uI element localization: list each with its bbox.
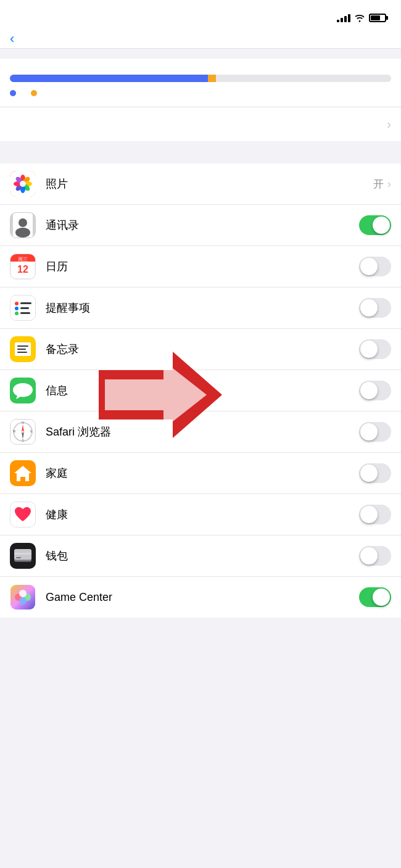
app-row-wallet[interactable]: 钱包 xyxy=(0,535,401,577)
svg-rect-23 xyxy=(20,302,31,304)
page-wrapper: ‹ › xyxy=(0,0,401,618)
app-list: 照片 开 › 通讯录 xyxy=(0,163,401,618)
contacts-toggle[interactable] xyxy=(359,215,391,235)
storage-bar-used xyxy=(10,75,208,82)
reminders-app-icon xyxy=(10,295,36,321)
app-row-calendar[interactable]: 12 周三 日历 xyxy=(0,246,401,287)
notes-toggle-knob xyxy=(360,341,378,358)
svg-text:N: N xyxy=(22,421,24,424)
photos-app-name: 照片 xyxy=(46,176,373,191)
photos-status: 开 xyxy=(373,177,384,191)
svg-rect-29 xyxy=(17,349,26,350)
health-toggle-knob xyxy=(360,506,378,523)
svg-text:周三: 周三 xyxy=(18,257,28,262)
app-row-home[interactable]: 家庭 xyxy=(0,453,401,494)
home-toggle-knob xyxy=(360,465,378,482)
storage-legend xyxy=(10,88,391,98)
wallet-toggle-knob xyxy=(360,547,378,564)
manage-chevron-icon: › xyxy=(387,117,391,131)
svg-rect-24 xyxy=(20,307,29,309)
contacts-app-icon xyxy=(10,212,36,238)
gamecenter-toggle-knob xyxy=(373,589,390,606)
gamecenter-app-name: Game Center xyxy=(46,591,359,604)
contacts-app-name: 通讯录 xyxy=(46,218,359,233)
status-icons xyxy=(337,14,386,22)
messages-app-name: 信息 xyxy=(46,383,359,398)
back-button[interactable]: ‹ xyxy=(10,33,17,46)
reminders-toggle-knob xyxy=(360,299,378,316)
svg-point-12 xyxy=(19,218,27,227)
svg-point-53 xyxy=(19,597,27,605)
messages-toggle-knob xyxy=(360,382,378,399)
storage-section-header xyxy=(0,49,401,59)
storage-card xyxy=(0,59,401,107)
reminders-app-name: 提醒事项 xyxy=(46,300,359,315)
backup-dot xyxy=(10,90,16,96)
app-row-reminders[interactable]: 提醒事项 xyxy=(0,287,401,329)
svg-point-20 xyxy=(15,302,19,305)
svg-point-52 xyxy=(19,590,27,597)
calendar-app-icon: 12 周三 xyxy=(10,254,36,279)
app-row-messages[interactable]: 信息 xyxy=(0,370,401,411)
safari-toggle[interactable] xyxy=(359,422,391,442)
svg-rect-25 xyxy=(20,312,30,314)
app-row-contacts[interactable]: 通讯录 xyxy=(0,205,401,246)
svg-rect-48 xyxy=(16,557,21,558)
app-row-notes[interactable]: 备忘录 xyxy=(0,329,401,370)
svg-point-22 xyxy=(15,312,19,315)
wifi-icon xyxy=(354,14,365,22)
calendar-toggle-knob xyxy=(360,258,378,275)
svg-point-9 xyxy=(20,181,26,187)
docs-dot xyxy=(31,90,37,96)
storage-bar-docs xyxy=(208,75,215,82)
photos-chevron-icon: › xyxy=(387,178,391,191)
messages-toggle[interactable] xyxy=(359,381,391,400)
svg-rect-47 xyxy=(14,553,31,555)
signal-icon xyxy=(337,14,350,22)
svg-point-13 xyxy=(15,228,30,238)
wallet-toggle[interactable] xyxy=(359,546,391,566)
svg-rect-28 xyxy=(17,345,28,347)
gamecenter-app-icon xyxy=(10,584,36,610)
app-row-safari[interactable]: N E S W Safari 浏览器 xyxy=(0,411,401,453)
wallet-app-name: 钱包 xyxy=(46,548,359,563)
health-app-icon xyxy=(10,502,36,527)
nav-bar: ‹ xyxy=(0,33,401,49)
safari-app-name: Safari 浏览器 xyxy=(46,424,359,439)
battery-icon xyxy=(369,14,386,22)
home-toggle[interactable] xyxy=(359,463,391,483)
app-row-photos[interactable]: 照片 开 › xyxy=(0,163,401,205)
notes-app-name: 备忘录 xyxy=(46,342,359,357)
apps-section-gap xyxy=(0,141,401,163)
calendar-toggle[interactable] xyxy=(359,257,391,276)
safari-app-icon: N E S W xyxy=(10,419,36,445)
photos-app-icon xyxy=(10,171,36,197)
calendar-app-name: 日历 xyxy=(46,259,359,274)
svg-point-21 xyxy=(15,307,19,310)
health-toggle[interactable] xyxy=(359,505,391,524)
notes-toggle[interactable] xyxy=(359,339,391,359)
back-chevron-icon: ‹ xyxy=(10,32,14,46)
status-bar xyxy=(0,0,401,33)
health-app-name: 健康 xyxy=(46,507,359,522)
notes-app-icon xyxy=(10,336,36,362)
svg-rect-30 xyxy=(17,352,27,353)
svg-text:12: 12 xyxy=(17,264,28,275)
app-row-health[interactable]: 健康 xyxy=(0,494,401,535)
safari-toggle-knob xyxy=(360,423,378,440)
svg-text:W: W xyxy=(13,429,16,433)
legend-docs xyxy=(31,88,39,98)
legend-backup xyxy=(10,88,19,98)
reminders-toggle[interactable] xyxy=(359,298,391,318)
home-app-name: 家庭 xyxy=(46,466,359,481)
messages-app-icon xyxy=(10,378,36,403)
home-app-icon xyxy=(10,460,36,486)
storage-progress-bar xyxy=(10,75,391,82)
contacts-toggle-knob xyxy=(373,217,390,234)
gamecenter-toggle[interactable] xyxy=(359,587,391,607)
app-row-gamecenter[interactable]: Game Center xyxy=(0,577,401,618)
manage-storage-row[interactable]: › xyxy=(0,107,401,141)
wallet-app-icon xyxy=(10,543,36,569)
